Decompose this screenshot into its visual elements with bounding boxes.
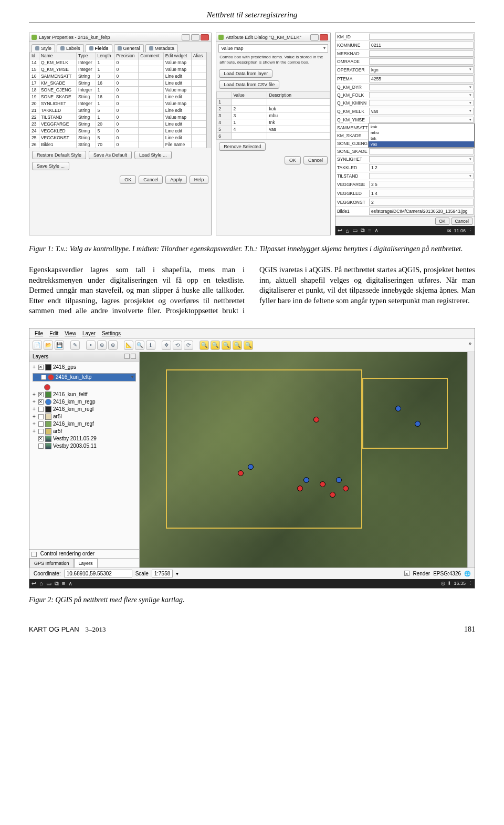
table-row[interactable]: 33mbu (217, 112, 330, 119)
layer-item[interactable]: +2416_kun_feltf (30, 391, 138, 398)
save-style--button[interactable]: Save Style ... (32, 162, 69, 170)
value-map-table[interactable]: ValueDescription122kok33mbu41tnk54vas6 (216, 91, 330, 140)
screenshot-icon[interactable]: ⧉ (361, 227, 365, 234)
expand-icon[interactable]: + (32, 414, 37, 419)
cancel-button[interactable]: Cancel (303, 156, 328, 164)
close-panel-icon[interactable] (131, 354, 136, 359)
layer-item[interactable]: +2416_km_m_regp (30, 398, 138, 406)
table-row[interactable]: 24VEGGKLEDString50Line edit (30, 128, 206, 135)
ok-button[interactable]: OK (435, 218, 449, 225)
scrollbar[interactable] (467, 352, 475, 568)
col-header[interactable]: Value (232, 92, 267, 99)
scale-lock-icon[interactable]: ▾ (176, 571, 178, 576)
table-row[interactable]: 1 (217, 99, 330, 106)
col-header[interactable]: Type (77, 53, 96, 59)
scrollbar[interactable] (206, 52, 212, 148)
close-icon[interactable] (320, 34, 328, 40)
table-row[interactable]: 41tnk (217, 119, 330, 126)
field-input[interactable] (369, 84, 474, 90)
toolbar-button[interactable]: 🔍 (244, 341, 253, 350)
cancel-button[interactable]: Cancel (139, 176, 163, 184)
screenshot-icon[interactable]: ⧉ (55, 580, 59, 587)
toolbar-button[interactable]: 🔍 (233, 341, 242, 350)
tab-fields[interactable]: Fields (86, 44, 112, 52)
menu-view[interactable]: View (65, 331, 76, 336)
rendering-order-row[interactable]: Control rendering order (29, 549, 139, 558)
field-input[interactable] (369, 117, 474, 123)
table-row[interactable]: 6 (217, 133, 330, 140)
tab-metadata[interactable]: Metadata (145, 44, 178, 52)
load-data-from-layer-button[interactable]: Load Data from layer (219, 69, 272, 78)
widget-type-select[interactable]: Value map (218, 44, 328, 53)
expand-icon[interactable]: − (34, 374, 39, 380)
point-marker-red[interactable] (320, 481, 326, 487)
field-input[interactable] (369, 173, 474, 179)
rendering-order-checkbox[interactable] (32, 552, 37, 557)
layer-item[interactable]: +ar5l (30, 413, 138, 420)
tab-labels[interactable]: Labels (57, 44, 84, 52)
col-header[interactable] (217, 92, 232, 99)
home-icon[interactable]: ⌂ (345, 228, 349, 234)
layer-checkbox[interactable] (38, 414, 44, 419)
toolbar-button[interactable]: 📂 (44, 341, 53, 350)
scale-value[interactable]: 1:7558 (152, 570, 173, 578)
toolbar-button[interactable]: 🔍 (200, 341, 209, 350)
table-row[interactable]: 18SONE_GJENGInteger10Value map (30, 87, 206, 94)
dropdown-item[interactable]: tnk (369, 136, 474, 141)
menu-file[interactable]: File (35, 331, 43, 336)
table-row[interactable]: 26Bilde1String700File name (30, 141, 206, 148)
dropdown-list[interactable]: kokmbutnkvas (368, 123, 475, 148)
tab-general[interactable]: General (114, 44, 144, 52)
menu-edit[interactable]: Edit (49, 331, 58, 336)
home-icon[interactable]: ⌂ (39, 580, 43, 586)
toolbar-button[interactable]: 🔍 (222, 341, 231, 350)
toolbar-button[interactable]: 📐 (124, 341, 133, 350)
field-input[interactable] (369, 34, 474, 40)
expand-icon[interactable]: + (32, 399, 37, 405)
layer-item[interactable]: Vestby 2011.05.29 (30, 435, 138, 442)
menu-layer[interactable]: Layer (82, 331, 96, 336)
coord-value[interactable]: 10.68910,59.55302 (64, 570, 132, 578)
point-marker-blue[interactable] (303, 477, 309, 483)
layers-tree[interactable]: +2416_gps−2416_kun_feltp+2416_kun_feltf+… (29, 362, 139, 550)
layer-checkbox[interactable] (38, 392, 44, 397)
table-row[interactable]: 20SYNLIGHETInteger10Value map (30, 100, 206, 107)
field-input[interactable] (369, 148, 474, 154)
crs-icon[interactable]: 🌐 (464, 571, 470, 576)
dropdown-item[interactable]: kok (369, 124, 474, 130)
panel-tabs[interactable]: GPS InformationLayers (29, 558, 139, 568)
toolbar-button[interactable]: 📄 (33, 341, 42, 350)
panel-tab[interactable]: GPS Information (29, 559, 74, 568)
panel-tab[interactable]: Layers (74, 559, 98, 568)
recent-icon[interactable]: ▭ (352, 227, 358, 234)
minimize-icon[interactable] (182, 34, 190, 40)
map-canvas[interactable] (140, 352, 467, 568)
toolbar-button[interactable]: ⊕ (97, 341, 107, 350)
restore-default-style-button[interactable]: Restore Default Style (32, 151, 86, 159)
field-input[interactable]: vas (369, 108, 474, 115)
toolbar-button[interactable]: 🔍 (211, 341, 220, 350)
tab-style[interactable]: Style (32, 44, 55, 52)
apply-button[interactable]: Apply (165, 176, 187, 184)
expand-icon[interactable]: + (32, 391, 37, 397)
field-input[interactable] (369, 100, 474, 106)
expand-icon[interactable]: + (32, 421, 37, 427)
layer-checkbox[interactable] (38, 421, 44, 427)
layer-item[interactable]: Vestby 2003.05.11 (30, 442, 138, 450)
toolbar-button[interactable]: 💾 (55, 341, 64, 350)
back-icon[interactable]: ↩ (338, 227, 342, 234)
dropdown-item[interactable]: mbu (369, 130, 474, 136)
toolbar-button[interactable]: ⟲ (173, 341, 182, 350)
expand-icon[interactable]: + (32, 428, 37, 434)
toolbar-button[interactable]: • (86, 341, 96, 350)
field-input[interactable]: 1 2 (369, 164, 474, 171)
field-input[interactable]: 2 (369, 199, 474, 206)
layer-checkbox[interactable] (38, 444, 44, 449)
field-input[interactable]: kgn (369, 66, 474, 74)
menu-bar[interactable]: FileEditViewLayerSettings (29, 328, 475, 339)
layer-checkbox[interactable] (38, 436, 44, 441)
col-header[interactable]: Comment (139, 53, 164, 59)
help-icon[interactable] (310, 34, 319, 40)
table-row[interactable]: 16SAMMENSATTString30Line edit (30, 73, 206, 80)
layer-item[interactable]: +2416_km_m_regl (30, 406, 138, 413)
